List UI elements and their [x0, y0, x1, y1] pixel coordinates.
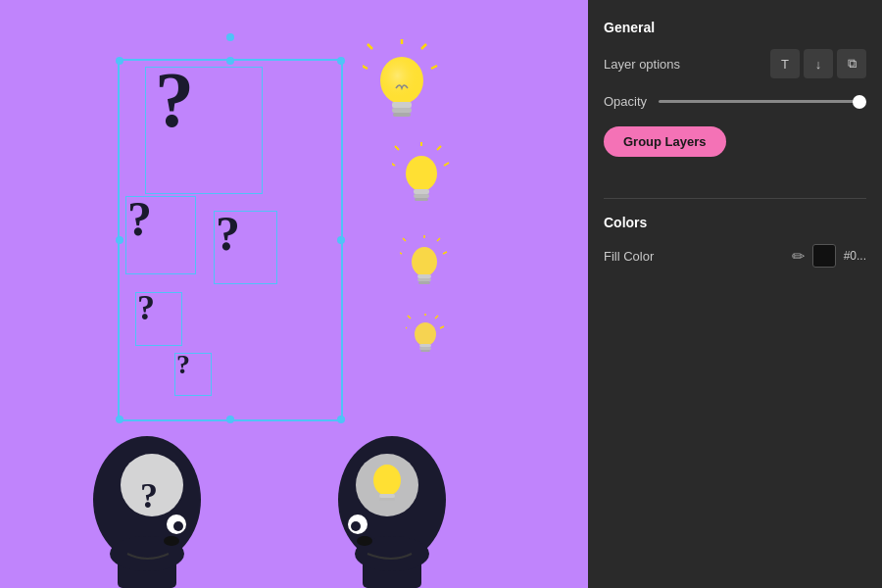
bulb-small-svg	[400, 235, 449, 292]
canvas-area: ? ? ? ? ?	[0, 0, 588, 588]
right-panel: General Layer options T ↓ ⧉ Opacity Grou…	[588, 0, 882, 588]
svg-rect-34	[419, 344, 431, 347]
bulb-small	[400, 235, 449, 296]
svg-rect-50	[379, 494, 395, 498]
svg-line-1	[421, 44, 426, 49]
svg-line-22	[403, 238, 406, 241]
bulb-medium	[392, 142, 451, 215]
svg-point-44	[164, 536, 179, 546]
svg-rect-7	[392, 102, 412, 108]
svg-line-31	[408, 316, 411, 318]
svg-line-14	[392, 163, 395, 166]
layer-options-buttons: T ↓ ⧉	[770, 49, 866, 78]
opacity-label: Opacity	[604, 94, 647, 109]
svg-point-24	[412, 247, 437, 276]
svg-point-15	[406, 156, 437, 191]
svg-line-32	[406, 326, 407, 328]
handle-tm[interactable]	[226, 57, 234, 65]
svg-point-33	[415, 322, 436, 346]
layer-options-row: Layer options T ↓ ⧉	[604, 49, 866, 78]
svg-line-23	[400, 252, 402, 254]
svg-rect-51	[379, 498, 395, 501]
question-mark-tiny: ?	[176, 351, 190, 378]
bulb-medium-svg	[392, 142, 451, 211]
color-controls: ✏ #0...	[792, 244, 866, 268]
color-swatch[interactable]	[812, 244, 836, 268]
svg-rect-9	[393, 113, 411, 117]
svg-rect-8	[392, 108, 412, 113]
svg-line-2	[431, 66, 437, 69]
question-mark-left: ?	[127, 194, 152, 243]
duplicate-icon-button[interactable]: ⧉	[837, 49, 866, 78]
svg-line-3	[368, 44, 372, 49]
svg-rect-16	[414, 189, 429, 194]
colors-title: Colors	[604, 215, 866, 230]
svg-line-4	[363, 66, 368, 69]
bulb-tiny-svg	[406, 314, 445, 359]
opacity-row: Opacity	[604, 94, 866, 109]
color-hex-value: #0...	[844, 249, 866, 263]
handle-mr[interactable]	[337, 236, 345, 244]
svg-point-49	[373, 465, 401, 496]
svg-line-12	[444, 163, 449, 166]
head-left-svg: ?	[59, 382, 235, 588]
bulb-large	[363, 39, 441, 131]
handle-tl[interactable]	[116, 57, 123, 65]
svg-line-21	[443, 252, 447, 254]
group-layers-button[interactable]: Group Layers	[604, 126, 726, 157]
svg-rect-17	[414, 194, 429, 198]
download-icon-button[interactable]: ↓	[804, 49, 833, 78]
question-mark-large: ?	[155, 61, 194, 139]
svg-point-6	[380, 57, 423, 104]
svg-line-30	[440, 326, 444, 328]
handle-tr[interactable]	[337, 57, 345, 65]
svg-rect-18	[415, 198, 428, 201]
general-title: General	[604, 20, 866, 35]
bulb-large-svg	[363, 39, 441, 127]
svg-point-53	[351, 521, 361, 531]
group-layers-container: Group Layers	[604, 126, 866, 180]
question-mark-small: ?	[137, 290, 155, 325]
svg-rect-27	[418, 281, 430, 284]
text-icon-button[interactable]: T	[770, 49, 800, 78]
svg-line-13	[395, 146, 399, 150]
svg-rect-36	[420, 350, 430, 352]
svg-rect-26	[417, 278, 431, 281]
divider	[604, 198, 866, 199]
layer-options-label: Layer options	[604, 57, 680, 72]
svg-rect-35	[419, 347, 431, 350]
fill-color-label: Fill Color	[604, 249, 654, 264]
bulb-tiny	[406, 314, 445, 363]
fill-color-row: Fill Color ✏ #0...	[604, 244, 866, 268]
svg-line-20	[437, 238, 440, 241]
opacity-slider[interactable]	[659, 100, 866, 103]
handle-ml[interactable]	[116, 236, 123, 244]
pencil-icon[interactable]: ✏	[792, 247, 805, 266]
svg-line-29	[435, 316, 438, 318]
svg-point-54	[357, 536, 372, 546]
handle-rotate[interactable]	[226, 33, 234, 41]
svg-point-43	[173, 521, 183, 531]
question-mark-right: ?	[216, 209, 240, 258]
svg-text:?: ?	[140, 476, 158, 515]
svg-line-11	[437, 146, 441, 150]
svg-rect-25	[417, 274, 431, 278]
head-right-svg	[304, 382, 480, 588]
